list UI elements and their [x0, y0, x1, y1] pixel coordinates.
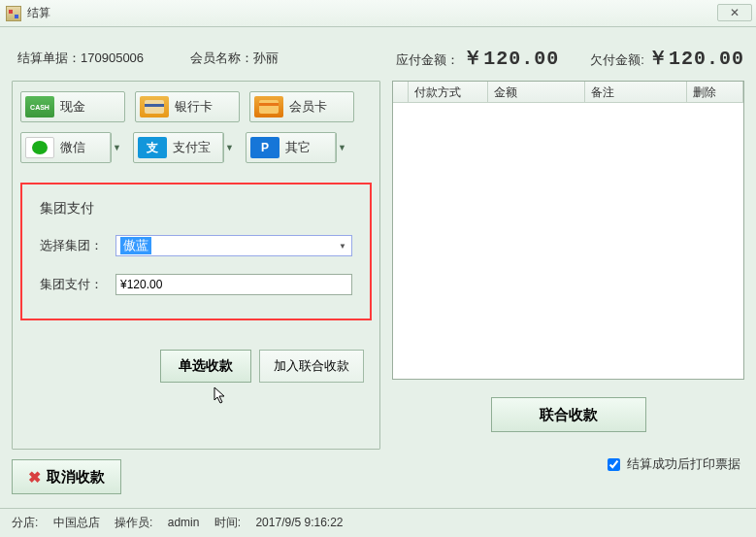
info-row: 结算单据： 170905006 会员名称： 孙丽 应付金额： ￥120.00 欠…: [12, 37, 744, 81]
title-bar: 结算 ✕: [0, 0, 756, 27]
group-pay-panel: 集团支付 选择集团： 傲蓝 ▼ 集团支付：: [20, 183, 372, 320]
row-header-spacer: [393, 82, 409, 102]
status-bar: 分店: 中国总店 操作员: admin 时间: 2017/9/5 9:16:22: [0, 508, 756, 537]
single-collect-button[interactable]: 单选收款: [160, 350, 251, 383]
owed-value: ￥120.00: [648, 45, 744, 71]
combined-collect-button[interactable]: 联合收款: [491, 397, 646, 432]
cash-icon: [25, 96, 54, 117]
col-amount[interactable]: 金额: [488, 82, 585, 102]
alipay-label: 支付宝: [173, 139, 219, 156]
add-combined-button[interactable]: 加入联合收款: [259, 350, 364, 383]
membercard-label: 会员卡: [289, 98, 349, 116]
svg-rect-3: [259, 103, 279, 106]
group-pay-title: 集团支付: [40, 200, 352, 218]
bankcard-icon: [140, 96, 169, 117]
branch-value: 中国总店: [53, 516, 100, 529]
operator-value: admin: [168, 516, 200, 529]
membercard-button[interactable]: 会员卡: [249, 91, 354, 122]
cancel-collect-button[interactable]: ✖ 取消收款: [12, 459, 121, 494]
close-button[interactable]: ✕: [717, 4, 752, 21]
cash-label: 现金: [60, 98, 120, 116]
select-group-value: 傲蓝: [120, 237, 151, 254]
other-dropdown[interactable]: ▼: [335, 132, 348, 163]
due-label: 应付金额：: [396, 51, 459, 69]
close-icon: ✕: [730, 6, 740, 19]
select-group-combo[interactable]: 傲蓝 ▼: [115, 235, 352, 256]
member-label: 会员名称：: [190, 50, 253, 67]
chevron-down-icon: ▼: [336, 239, 349, 252]
owed-label: 欠付金额:: [590, 51, 644, 69]
print-checkbox-label[interactable]: 结算成功后打印票据: [604, 456, 740, 471]
cancel-icon: ✖: [28, 468, 41, 487]
col-method[interactable]: 付款方式: [409, 82, 488, 102]
payment-table: 付款方式 金额 备注 删除: [392, 81, 744, 380]
alipay-icon: 支: [138, 137, 167, 158]
branch-label: 分店:: [12, 516, 38, 529]
col-note[interactable]: 备注: [585, 82, 687, 102]
membercard-icon: [254, 96, 283, 117]
group-amount-label: 集团支付：: [40, 276, 115, 293]
other-button[interactable]: P 其它: [246, 132, 337, 163]
svg-rect-2: [259, 100, 279, 114]
select-group-label: 选择集团：: [40, 237, 115, 254]
table-header: 付款方式 金额 备注 删除: [393, 82, 743, 103]
order-label: 结算单据：: [17, 50, 81, 67]
group-amount-input[interactable]: [115, 274, 352, 295]
time-label: 时间:: [214, 516, 241, 529]
cash-button[interactable]: 现金: [20, 91, 125, 122]
window-title: 结算: [27, 5, 50, 21]
due-value: ￥120.00: [463, 45, 559, 71]
other-label: 其它: [285, 139, 332, 156]
left-panel: 现金 银行卡 会员卡: [12, 81, 380, 450]
member-value: 孙丽: [253, 50, 279, 67]
wechat-icon: [25, 137, 54, 158]
svg-rect-1: [145, 104, 164, 107]
app-icon: [6, 6, 21, 21]
wechat-dropdown[interactable]: ▼: [110, 132, 123, 163]
print-checkbox[interactable]: [608, 458, 620, 471]
alipay-button[interactable]: 支 支付宝: [133, 132, 224, 163]
bankcard-button[interactable]: 银行卡: [135, 91, 240, 122]
other-icon: P: [250, 137, 279, 158]
alipay-dropdown[interactable]: ▼: [222, 132, 236, 163]
operator-label: 操作员:: [115, 516, 152, 529]
col-delete[interactable]: 删除: [687, 82, 743, 102]
wechat-button[interactable]: 微信: [20, 132, 112, 163]
order-value: 170905006: [81, 50, 144, 65]
time-value: 2017/9/5 9:16:22: [255, 516, 343, 529]
print-label-text: 结算成功后打印票据: [627, 456, 740, 471]
wechat-label: 微信: [60, 139, 107, 156]
cancel-label: 取消收款: [47, 468, 105, 487]
bankcard-label: 银行卡: [175, 98, 235, 116]
